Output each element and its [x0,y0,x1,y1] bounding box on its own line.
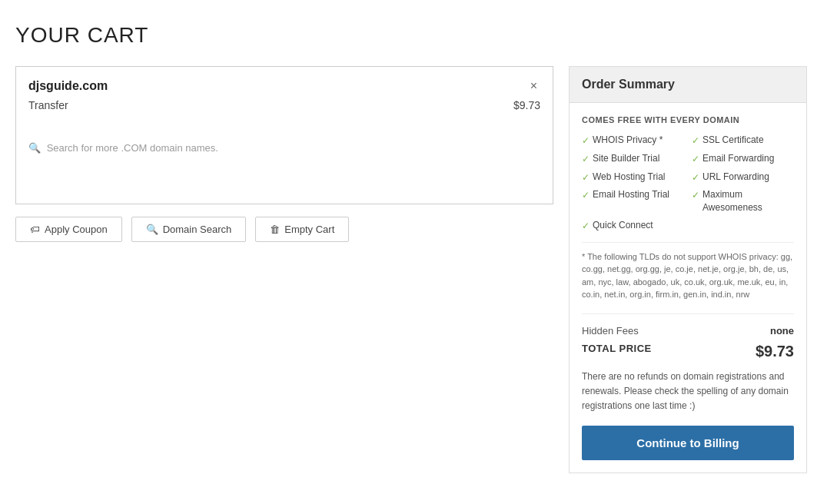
cart-actions: 🏷 Apply Coupon 🔍 Domain Search 🗑 Empty C… [15,217,553,242]
continue-to-billing-button[interactable]: Continue to Billing [582,426,794,460]
free-item-label: Email Forwarding [702,152,774,165]
check-icon: ✓ [582,189,590,202]
page-title: YOUR CART [15,23,812,48]
search-hint: 🔍 Search for more .COM domain names. [28,142,540,154]
check-icon: ✓ [582,171,590,184]
free-items-grid: ✓ WHOIS Privacy * ✓ SSL Certificate ✓ Si… [582,134,794,233]
cart-item-header: djsguide.com × [28,79,540,93]
domain-name: djsguide.com [28,79,108,93]
check-icon: ✓ [692,171,699,184]
free-item-url-forwarding: ✓ URL Forwarding [692,171,794,184]
free-item-label: Web Hosting Trial [593,171,665,184]
free-item-quick-connect: ✓ Quick Connect [582,219,684,233]
free-section-title: COMES FREE WITH EVERY DOMAIN [582,115,794,124]
free-item-label: SSL Certificate [702,134,764,147]
free-item-label: Site Builder Trial [593,152,659,165]
empty-cart-label: Empty Cart [284,224,334,235]
summary-header: Order Summary [569,66,807,102]
check-icon: ✓ [582,153,590,166]
remove-item-button[interactable]: × [527,79,540,93]
total-price-label: TOTAL PRICE [582,343,652,360]
order-summary: Order Summary COMES FREE WITH EVERY DOMA… [569,66,807,473]
hidden-fees-row: Hidden Fees none [582,325,794,337]
free-item-site-builder: ✓ Site Builder Trial [582,152,684,166]
domain-search-icon: 🔍 [146,224,158,235]
free-item-web-hosting: ✓ Web Hosting Trial [582,171,684,184]
domain-search-label: Domain Search [163,224,232,235]
whois-note: * The following TLDs do not support WHOI… [582,242,794,301]
cart-section: djsguide.com × Transfer $9.73 🔍 Search f… [15,66,553,242]
free-item-label: Email Hosting Trial [593,188,669,201]
free-item-max-awesome: ✓ Maximum Awesomeness [692,188,794,214]
free-item-email-hosting: ✓ Email Hosting Trial [582,188,684,214]
total-price-value: $9.73 [756,343,794,360]
search-hint-text: Search for more .COM domain names. [47,142,218,154]
free-item-label: Quick Connect [593,219,653,232]
transfer-label: Transfer [28,99,68,111]
coupon-icon: 🏷 [30,224,40,235]
check-icon: ✓ [582,134,590,148]
check-icon: ✓ [692,189,699,202]
cart-item-row: Transfer $9.73 [28,99,540,111]
apply-coupon-label: Apply Coupon [45,224,108,235]
main-layout: djsguide.com × Transfer $9.73 🔍 Search f… [15,66,812,473]
check-icon: ✓ [692,134,699,148]
cart-box: djsguide.com × Transfer $9.73 🔍 Search f… [15,66,553,204]
trash-icon: 🗑 [270,224,280,235]
free-item-label: URL Forwarding [702,171,769,184]
check-icon: ✓ [692,153,699,166]
summary-totals: Hidden Fees none TOTAL PRICE $9.73 There… [582,313,794,461]
summary-title: Order Summary [582,78,675,91]
free-item-label: Maximum Awesomeness [702,188,794,214]
free-item-email-forwarding: ✓ Email Forwarding [692,152,794,166]
domain-search-button[interactable]: 🔍 Domain Search [131,217,247,242]
hidden-fees-label: Hidden Fees [582,325,639,337]
apply-coupon-button[interactable]: 🏷 Apply Coupon [15,217,122,242]
no-refund-note: There are no refunds on domain registrat… [582,370,794,414]
empty-cart-button[interactable]: 🗑 Empty Cart [255,217,349,242]
total-price-row: TOTAL PRICE $9.73 [582,343,794,360]
search-hint-icon: 🔍 [28,142,41,154]
check-icon: ✓ [582,220,590,233]
summary-body: COMES FREE WITH EVERY DOMAIN ✓ WHOIS Pri… [569,102,807,473]
free-item-whois: ✓ WHOIS Privacy * [582,134,684,148]
free-item-ssl: ✓ SSL Certificate [692,134,794,148]
hidden-fees-value: none [770,325,794,337]
free-item-label: WHOIS Privacy * [593,134,663,147]
item-price: $9.73 [513,99,540,111]
